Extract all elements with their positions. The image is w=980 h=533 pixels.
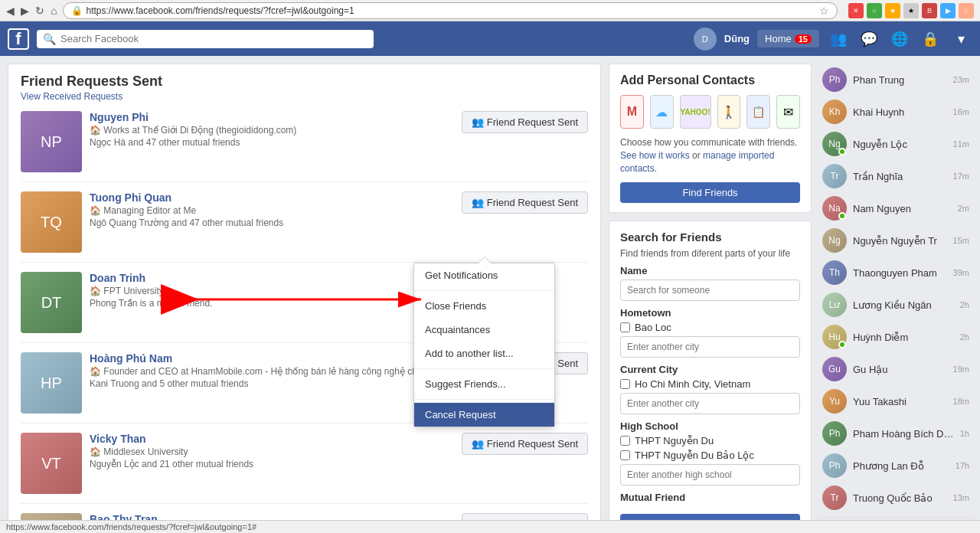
add-contacts-desc: Choose how you communicate with friends.… — [620, 136, 800, 175]
chat-time: 11m — [953, 139, 969, 149]
chat-item[interactable]: Kh Khai Huynh 16m — [819, 96, 972, 128]
high-school-checkbox-input-1[interactable] — [620, 436, 630, 446]
dropdown-item-add-to-list[interactable]: Add to another list... — [414, 342, 554, 365]
chat-item[interactable]: Hu Huỳnh Diễm 2h — [819, 321, 972, 353]
current-city-checkbox-input[interactable] — [620, 379, 630, 389]
chat-name: Phan Trung — [853, 74, 947, 86]
left-panel: Friend Requests Sent View Received Reque… — [8, 64, 601, 533]
ext-icon-1[interactable]: ✕ — [848, 3, 864, 18]
hometown-input[interactable] — [620, 336, 800, 358]
yahoo-icon[interactable]: YAHOO! — [680, 95, 711, 129]
ext-icon-7[interactable]: ☺ — [959, 3, 974, 18]
user-avatar[interactable]: D — [694, 28, 717, 51]
ext-icon-3[interactable]: ★ — [885, 3, 900, 18]
friend-request-sent-btn-2[interactable]: 👥 Friend Request Sent — [462, 191, 588, 214]
outlook-icon[interactable]: 📋 — [746, 95, 770, 129]
url-bar[interactable]: 🔒 https://www.facebook.com/friends/reque… — [63, 2, 838, 19]
chat-item[interactable]: Ng Nguyễn Lộc 11m — [819, 128, 972, 160]
friend-avatar-2[interactable]: TQ — [21, 191, 82, 253]
forward-button[interactable]: ▶ — [21, 5, 29, 17]
ext-icon-4[interactable]: ★ — [903, 3, 919, 18]
status-url: https://www.facebook.com/friends/request… — [6, 522, 256, 531]
dropdown-item-acquaintances[interactable]: Acquaintances — [414, 318, 554, 342]
home-button-nav[interactable]: Home 15 — [757, 30, 819, 47]
back-button[interactable]: ◀ — [6, 5, 15, 17]
home-button[interactable]: ⌂ — [51, 5, 57, 17]
chat-item[interactable]: Th Thaonguyen Pham 39m — [819, 257, 972, 289]
friend-avatar-img-2: TQ — [21, 191, 82, 253]
hometown-checkbox-input[interactable] — [620, 322, 630, 332]
lock-icon-nav[interactable]: 🔒 — [919, 28, 942, 51]
chat-name: Huỳnh Diễm — [853, 332, 954, 343]
friend-avatar-img-1: NP — [21, 111, 82, 172]
current-city-checkbox-label: Ho Chi Minh City, Vietnam — [635, 378, 750, 390]
ext-icon-2[interactable]: ○ — [867, 3, 882, 18]
house-icon-5: 🏠 — [90, 446, 101, 457]
friend-avatar-1[interactable]: NP — [21, 111, 82, 172]
dropdown-item-cancel-request[interactable]: Cancel Request — [414, 403, 554, 427]
star-icon[interactable]: ☆ — [819, 5, 829, 17]
friend-request-sent-btn-1[interactable]: 👥 Friend Request Sent — [462, 111, 588, 133]
friend-avatar-5[interactable]: VT — [21, 433, 82, 494]
right-panel: Add Personal Contacts M ☁ YAHOO! 🚶 📋 — [609, 64, 812, 533]
friend-avatar-4[interactable]: HP — [21, 352, 82, 414]
high-school-checkbox-input-2[interactable] — [620, 450, 630, 460]
friend-name-5[interactable]: Vicky Than — [90, 433, 454, 445]
chat-item[interactable]: Lư Lương Kiều Ngân 2h — [819, 289, 972, 321]
chat-item[interactable]: Ng Nguyễn Nguyễn Tr 15m — [819, 224, 972, 257]
chat-name: Trần Nghĩa — [853, 171, 947, 182]
chat-item[interactable]: Tr Trần Nghĩa 17m — [819, 160, 972, 192]
ext-icon-5[interactable]: B — [922, 3, 937, 18]
messages-icon[interactable]: 💬 — [858, 28, 880, 51]
find-friends-btn[interactable]: Find Friends — [620, 182, 800, 203]
email-icon[interactable]: ✉ — [776, 95, 800, 129]
friend-name-1[interactable]: Nguyen Phi — [90, 111, 454, 123]
hometown-label: Hometown — [620, 307, 800, 319]
chat-avatar: Tr — [822, 486, 847, 510]
icloud-icon[interactable]: ☁ — [650, 95, 674, 129]
friend-request-sent-btn-5[interactable]: 👥 Friend Request Sent — [462, 433, 588, 455]
chat-item[interactable]: Ph Pham Hoàng Bích Di... 1h — [819, 417, 972, 450]
dropdown-item-get-notifications[interactable]: Get Notifications — [414, 263, 554, 287]
house-icon-4: 🏠 — [90, 366, 101, 377]
friend-name-4[interactable]: Hoàng Phú Nam — [90, 352, 454, 365]
chat-time: 23m — [953, 75, 969, 84]
mutual-friend-group: Mutual Friend — [620, 492, 800, 503]
view-received-link[interactable]: View Received Requests — [21, 91, 588, 102]
chat-avatar-wrap: Gu — [822, 357, 847, 381]
friend-avatar-img-4: HP — [21, 352, 82, 414]
chat-sidebar: Ph Phan Trung 23m Kh Khai Huynh 16m Ng N… — [819, 64, 972, 533]
friend-detail-2: 🏠 Managing Editor at Me — [90, 205, 454, 216]
dropdown-item-close-friends[interactable]: Close Friends — [414, 294, 554, 318]
friend-actions-1: 👥 Friend Request Sent — [462, 111, 588, 133]
name-group: Name — [620, 265, 800, 301]
current-city-input[interactable] — [620, 393, 800, 414]
chat-avatar: Ng — [822, 228, 847, 253]
chat-item[interactable]: Ph Phương Lan Đỗ 17h — [819, 450, 972, 482]
friend-avatar-img-5: VT — [21, 433, 82, 494]
chat-item[interactable]: Gu Gu Hậu 19m — [819, 353, 972, 385]
chat-name: Pham Hoàng Bích Di... — [853, 428, 954, 440]
chat-item[interactable]: Na Nam Nguyen 2m — [819, 192, 972, 224]
chat-avatar-wrap: Ph — [822, 453, 847, 478]
chat-avatar: Tr — [822, 164, 847, 188]
chat-time: 2h — [960, 332, 969, 342]
chat-item[interactable]: Tr Truong Quốc Bảo 13m — [819, 482, 972, 514]
chat-item[interactable]: Yu Yuu Takashi 18m — [819, 385, 972, 417]
refresh-button[interactable]: ↻ — [35, 5, 44, 17]
dropdown-item-suggest-friends[interactable]: Suggest Friends... — [414, 372, 554, 396]
ext-icon-6[interactable]: ▶ — [940, 3, 956, 18]
friend-avatar-3[interactable]: DT — [21, 272, 82, 333]
dropdown-divider-1 — [414, 290, 554, 291]
contacts-icon[interactable]: 🚶 — [717, 95, 741, 129]
search-input[interactable] — [60, 33, 368, 44]
name-input[interactable] — [620, 280, 800, 301]
friends-icon[interactable]: 👥 — [827, 28, 850, 51]
friend-name-2[interactable]: Tuong Phi Quan — [90, 191, 454, 204]
chat-item[interactable]: Ph Phan Trung 23m — [819, 64, 972, 96]
see-how-link[interactable]: See how it works — [620, 150, 690, 161]
globe-icon[interactable]: 🌐 — [888, 28, 911, 51]
high-school-input[interactable] — [620, 464, 800, 486]
gmail-icon[interactable]: M — [620, 95, 644, 129]
dropdown-arrow-icon[interactable]: ▾ — [949, 28, 972, 51]
